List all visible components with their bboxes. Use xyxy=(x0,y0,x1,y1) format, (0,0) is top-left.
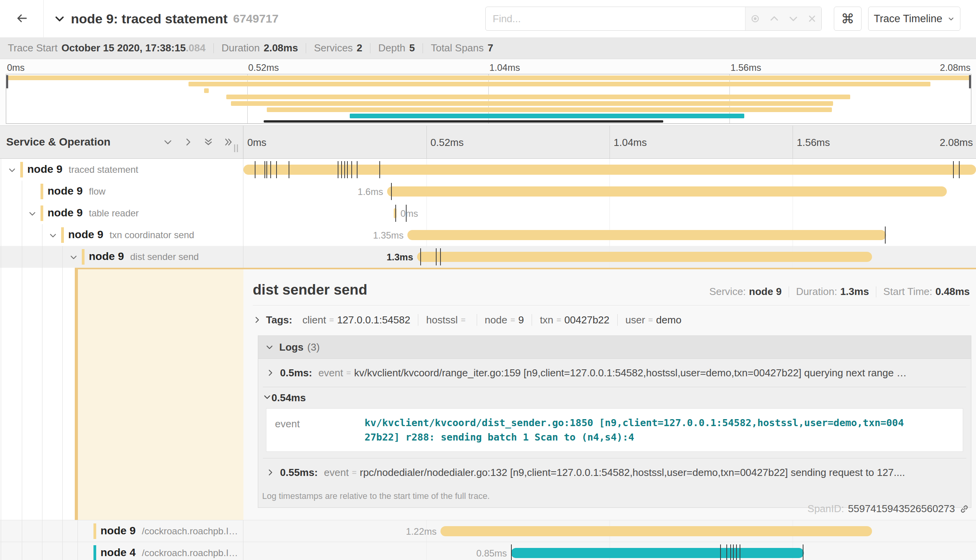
log-marker-tick xyxy=(511,544,512,560)
span-timeline-cell[interactable]: 1.6ms xyxy=(243,181,976,202)
chevron-right-icon[interactable] xyxy=(253,316,261,324)
indent-guide xyxy=(1,520,1,542)
log-value-monospace: kv/kvclient/kvcoord/dist_sender.go:1850 … xyxy=(365,416,906,444)
indent-guide xyxy=(22,224,22,246)
collapse-trace-chevron-icon[interactable] xyxy=(54,13,65,25)
span-timeline-cell[interactable]: 1.22ms xyxy=(243,520,976,542)
span-row[interactable]: node 9traced statement xyxy=(0,159,976,181)
operation-name: /cockroach.roachpb.I… xyxy=(142,526,238,536)
stat-separator xyxy=(876,286,876,297)
minimap-right-handle[interactable] xyxy=(969,75,971,88)
keyboard-shortcuts-button[interactable]: ⌘ xyxy=(834,7,861,31)
span-row[interactable]: node 9/cockroach.roachpb.I…1.22ms xyxy=(0,520,976,542)
summary-separator xyxy=(370,43,370,53)
span-name-cell: node 9flow xyxy=(0,181,243,202)
indent-guide xyxy=(42,246,42,268)
find-prev-button[interactable] xyxy=(769,13,780,24)
expand-one-icon[interactable] xyxy=(183,137,193,147)
view-select[interactable]: Trace Timeline xyxy=(868,7,960,31)
locate-button[interactable] xyxy=(750,13,761,24)
log-marker-tick xyxy=(720,544,721,560)
span-duration-bar[interactable] xyxy=(387,186,947,197)
span-duration-label: 1.35ms xyxy=(373,230,404,241)
span-timeline-cell[interactable]: 0.85ms xyxy=(243,542,976,560)
minimap-axis-label: 1.04ms xyxy=(490,62,520,73)
span-timeline-cell[interactable]: 0ms xyxy=(243,202,976,224)
summary-item: Trace StartOctober 15 2020, 17:38:15.084 xyxy=(8,42,206,54)
minimap-span-bar xyxy=(267,107,832,112)
chevron-right-icon[interactable] xyxy=(266,468,275,477)
log-entry[interactable]: 0.5ms:event=kv/kvclient/kvcoord/range_it… xyxy=(263,359,966,387)
span-timeline-cell[interactable]: 1.35ms xyxy=(243,224,976,246)
span-duration-bar[interactable] xyxy=(440,526,872,536)
clear-find-button[interactable] xyxy=(807,14,817,24)
span-duration-label: 0ms xyxy=(400,208,418,219)
span-expander-chevron-icon[interactable] xyxy=(28,209,37,219)
span-duration-bar[interactable] xyxy=(511,548,804,558)
tags-row[interactable]: Tags:client=127.0.0.1:54582hostssl=node=… xyxy=(253,311,682,328)
collapse-all-icon[interactable] xyxy=(203,137,213,147)
log-marker-tick xyxy=(736,544,737,560)
log-expanded-header[interactable]: 0.54ms xyxy=(263,387,966,408)
service-operation-header: Service & Operation xyxy=(0,126,243,158)
service-color-swatch xyxy=(93,545,96,560)
operation-name: txn coordinator send xyxy=(109,230,194,240)
link-icon[interactable] xyxy=(959,504,970,514)
span-duration-bar[interactable] xyxy=(243,165,976,175)
minimap-span-bar xyxy=(226,95,851,99)
span-row[interactable]: node 9flow1.6ms xyxy=(0,181,976,202)
stat-label: Service: xyxy=(709,286,746,298)
log-timestamp: 0.55ms: xyxy=(280,467,318,479)
indent-guide xyxy=(22,246,22,268)
detail-left-spacer xyxy=(0,268,243,520)
log-marker-tick xyxy=(730,544,731,560)
span-row[interactable]: node 9dist sender send1.3ms xyxy=(0,246,976,268)
expand-all-icon[interactable] xyxy=(224,137,234,147)
find-group xyxy=(485,7,822,31)
log-marker-tick xyxy=(338,161,338,178)
log-key: event xyxy=(318,367,343,379)
log-line[interactable]: 0.55ms:event=rpc/nodedialer/nodedialer.g… xyxy=(263,458,966,486)
operation-name: flow xyxy=(89,186,106,197)
log-line[interactable]: 0.5ms:event=kv/kvclient/kvcoord/range_it… xyxy=(263,359,966,387)
span-expander-chevron-icon[interactable] xyxy=(69,253,78,263)
span-row[interactable]: node 9txn coordinator send1.35ms xyxy=(0,224,976,246)
span-expander-chevron-icon[interactable] xyxy=(8,166,16,176)
span-timeline-cell[interactable]: 1.3ms xyxy=(243,246,976,268)
span-duration-label: 1.6ms xyxy=(358,186,383,197)
log-entry[interactable]: 0.54mseventkv/kvclient/kvcoord/dist_send… xyxy=(263,387,966,452)
panel-resize-grip[interactable] xyxy=(234,144,238,152)
find-input[interactable] xyxy=(486,7,745,30)
indent-guide xyxy=(22,202,22,224)
span-name-cell: node 9/cockroach.roachpb.I… xyxy=(0,520,243,542)
chevron-down-icon[interactable] xyxy=(263,392,271,404)
span-row[interactable]: node 4/cockroach.roachpb.I…0.85ms xyxy=(0,542,976,560)
service-name: node 9table reader xyxy=(48,207,139,219)
chevron-right-icon[interactable] xyxy=(266,369,275,377)
tree-controls xyxy=(163,126,234,158)
minimap-left-handle[interactable] xyxy=(6,75,8,88)
back-button[interactable] xyxy=(0,0,44,37)
summary-item: Duration2.08ms xyxy=(222,42,298,54)
collapse-one-icon[interactable] xyxy=(163,137,173,147)
trace-summary-bar: Trace StartOctober 15 2020, 17:38:15.084… xyxy=(0,37,976,59)
span-expander-chevron-icon[interactable] xyxy=(49,231,57,241)
summary-value: 2 xyxy=(357,42,362,54)
minimap-axis-label: 0ms xyxy=(7,62,25,73)
span-row[interactable]: node 9table reader0ms xyxy=(0,202,976,224)
log-marker-tick xyxy=(379,161,380,178)
span-duration-bar[interactable] xyxy=(417,252,872,262)
span-detail-block: dist sender sendService:node 9Duration:1… xyxy=(0,268,976,520)
log-marker-tick xyxy=(255,161,255,178)
logs-header[interactable]: Logs(3) xyxy=(258,336,971,359)
log-marker-tick xyxy=(395,205,396,222)
view-select-label: Trace Timeline xyxy=(874,13,942,25)
find-next-button[interactable] xyxy=(788,13,799,24)
summary-item: Depth5 xyxy=(378,42,415,54)
log-entry[interactable]: 0.55ms:event=rpc/nodedialer/nodedialer.g… xyxy=(263,458,966,486)
tag-value: 00427b22 xyxy=(564,314,610,326)
span-timeline-cell[interactable] xyxy=(243,159,976,181)
minimap-canvas[interactable] xyxy=(6,74,971,124)
span-duration-bar[interactable] xyxy=(407,230,886,240)
timeline-axis-label: 0.52ms xyxy=(430,137,463,149)
